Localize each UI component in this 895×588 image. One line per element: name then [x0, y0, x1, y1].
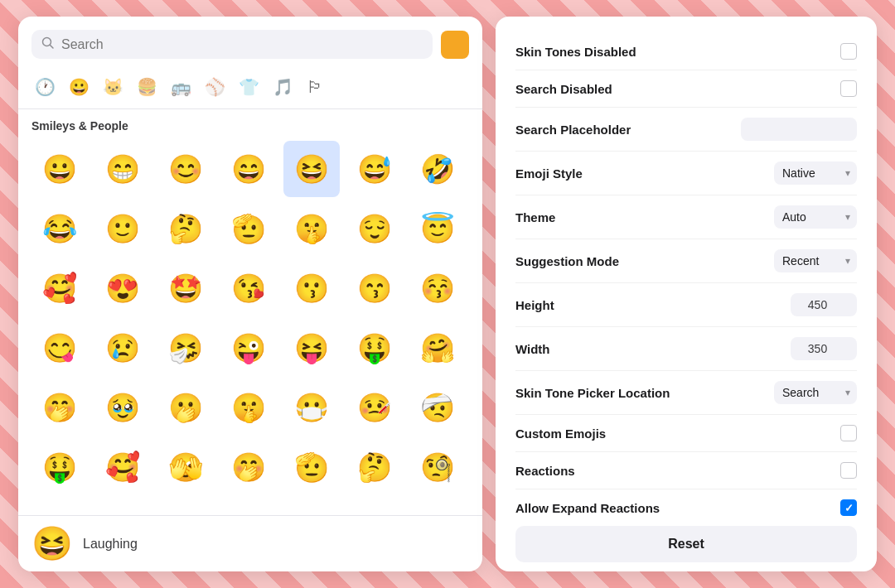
emoji-cell[interactable]: 🤒	[346, 379, 403, 436]
checkbox-allow-expand[interactable]	[840, 499, 857, 516]
setting-label-search-placeholder: Search Placeholder	[515, 123, 631, 137]
emoji-cell[interactable]: 🥰	[31, 260, 88, 316]
category-flags[interactable]: 🏳	[303, 75, 327, 100]
setting-label-height: Height	[515, 298, 554, 312]
category-smileys[interactable]: 😀	[65, 74, 93, 100]
emoji-cell[interactable]: 😅	[346, 141, 403, 197]
setting-label-width: Width	[515, 342, 550, 356]
section-title: Smileys & People	[31, 119, 469, 133]
category-food[interactable]: 🍔	[133, 74, 161, 100]
emoji-cell[interactable]: 🥰	[94, 439, 151, 495]
settings-row-search-disabled: Search Disabled	[515, 70, 857, 108]
settings-row-suggestion-mode: Suggestion Mode Recent Frequent None	[515, 239, 857, 283]
category-travel[interactable]: 🚌	[167, 74, 195, 100]
emoji-cell[interactable]: 🤭	[220, 439, 277, 495]
emoji-cell[interactable]: 😚	[409, 260, 466, 316]
setting-control-skin-tone-picker: Search Preview None	[774, 381, 857, 404]
emoji-cell[interactable]: 😜	[220, 320, 277, 376]
select-emoji-style[interactable]: Native Apple Google Twitter	[774, 161, 857, 185]
search-input[interactable]	[61, 37, 423, 52]
setting-control-search-placeholder	[741, 118, 857, 141]
setting-label-emoji-style: Emoji Style	[515, 166, 583, 181]
select-theme[interactable]: Auto Light Dark	[774, 205, 857, 229]
emoji-cell[interactable]: 😘	[220, 260, 277, 316]
emoji-cell[interactable]: 🤕	[409, 379, 466, 436]
emoji-cell[interactable]: 🥹	[94, 379, 151, 436]
bottom-emoji: 😆	[31, 524, 73, 563]
emoji-cell[interactable]: 🤩	[157, 260, 214, 316]
emoji-cell[interactable]: 😁	[94, 141, 151, 197]
emoji-cell[interactable]: 😍	[94, 260, 151, 316]
setting-control-skin-tones	[840, 43, 857, 60]
emoji-cell[interactable]: 😂	[31, 200, 88, 257]
emoji-cell[interactable]: 🤑	[346, 320, 403, 376]
color-swatch[interactable]	[441, 31, 469, 59]
emoji-cell[interactable]: 🫢	[157, 379, 214, 436]
emoji-cell-selected[interactable]: 😆	[283, 141, 340, 197]
setting-label-search-disabled: Search Disabled	[515, 82, 612, 96]
setting-label-allow-expand: Allow Expand Reactions	[515, 501, 660, 515]
emoji-cell[interactable]: 😋	[31, 320, 88, 376]
setting-control-custom-emojis	[840, 425, 857, 441]
checkbox-custom-emojis[interactable]	[840, 425, 857, 441]
select-wrap-skin-tone-picker: Search Preview None	[774, 381, 857, 404]
emoji-cell[interactable]: 🤣	[409, 141, 466, 197]
input-search-placeholder[interactable]	[741, 118, 857, 141]
search-bar-row	[18, 17, 482, 69]
emoji-cell[interactable]: 🤔	[346, 439, 403, 495]
emoji-cell[interactable]: 🤫	[220, 379, 277, 436]
input-height[interactable]	[791, 293, 857, 316]
select-wrap-suggestion-mode: Recent Frequent None	[774, 249, 857, 272]
setting-label-suggestion-mode: Suggestion Mode	[515, 254, 619, 268]
emoji-list[interactable]: Smileys & People 😀 😁 😊 😄 😆 😅 🤣 😂 🙂 🤔 🫡 🤫…	[18, 109, 482, 515]
emoji-cell[interactable]: 😊	[157, 141, 214, 197]
setting-control-suggestion-mode: Recent Frequent None	[774, 249, 857, 272]
category-symbols[interactable]: 🎵	[269, 74, 297, 100]
bottom-bar: 😆 Laughing	[18, 515, 482, 571]
emoji-cell[interactable]: 🫡	[220, 200, 277, 257]
emoji-cell[interactable]: 🤫	[283, 200, 340, 257]
emoji-cell[interactable]: 🤑	[31, 439, 88, 495]
emoji-cell[interactable]: 🤗	[409, 320, 466, 376]
emoji-cell[interactable]: 🤭	[31, 379, 88, 436]
emoji-cell[interactable]: 🫣	[157, 439, 214, 495]
emoji-cell[interactable]: 😷	[283, 379, 340, 436]
category-objects[interactable]: 👕	[235, 74, 263, 100]
setting-label-skin-tone-picker: Skin Tone Picker Location	[515, 386, 670, 400]
setting-control-reactions	[840, 462, 857, 479]
emoji-cell[interactable]: 😄	[220, 141, 277, 197]
emoji-cell[interactable]: 😙	[346, 260, 403, 316]
input-width[interactable]	[791, 337, 857, 360]
checkbox-search-disabled[interactable]	[840, 80, 857, 97]
settings-row-theme: Theme Auto Light Dark	[515, 195, 857, 239]
select-suggestion-mode[interactable]: Recent Frequent None	[774, 249, 857, 272]
category-animals[interactable]: 🐱	[99, 74, 127, 100]
category-recent[interactable]: 🕐	[31, 74, 59, 100]
emoji-cell[interactable]: 😌	[346, 200, 403, 257]
settings-row-search-placeholder: Search Placeholder	[515, 108, 857, 152]
setting-control-allow-expand	[840, 499, 857, 516]
emoji-cell[interactable]: 🤧	[157, 320, 214, 376]
category-activities[interactable]: ⚾	[201, 74, 229, 100]
emoji-cell[interactable]: 🫡	[283, 439, 340, 495]
emoji-cell[interactable]: 😇	[409, 200, 466, 257]
settings-row-emoji-style: Emoji Style Native Apple Google Twitter	[515, 152, 857, 195]
emoji-cell[interactable]: 😗	[283, 260, 340, 316]
setting-label-theme: Theme	[515, 210, 555, 224]
select-skin-tone-picker[interactable]: Search Preview None	[774, 381, 857, 404]
emoji-cell[interactable]: 😀	[31, 141, 88, 197]
emoji-cell[interactable]: 🤔	[157, 200, 214, 257]
emoji-cell[interactable]: 🙂	[94, 200, 151, 257]
settings-row-height: Height	[515, 283, 857, 327]
emoji-scroll-area: Smileys & People 😀 😁 😊 😄 😆 😅 🤣 😂 🙂 🤔 🫡 🤫…	[18, 109, 482, 515]
setting-control-search-disabled	[840, 80, 857, 97]
emoji-cell[interactable]: 😝	[283, 320, 340, 376]
reset-button[interactable]: Reset	[515, 526, 857, 562]
category-row: 🕐 😀 🐱 🍔 🚌 ⚾ 👕 🎵 🏳	[18, 69, 482, 109]
emoji-cell[interactable]: 😢	[94, 320, 151, 376]
checkbox-skin-tones[interactable]	[840, 43, 857, 60]
settings-row-skin-tones: Skin Tones Disabled	[515, 33, 857, 70]
emoji-cell[interactable]: 🧐	[409, 439, 466, 495]
settings-row-reactions: Reactions	[515, 452, 857, 489]
checkbox-reactions[interactable]	[840, 462, 857, 479]
